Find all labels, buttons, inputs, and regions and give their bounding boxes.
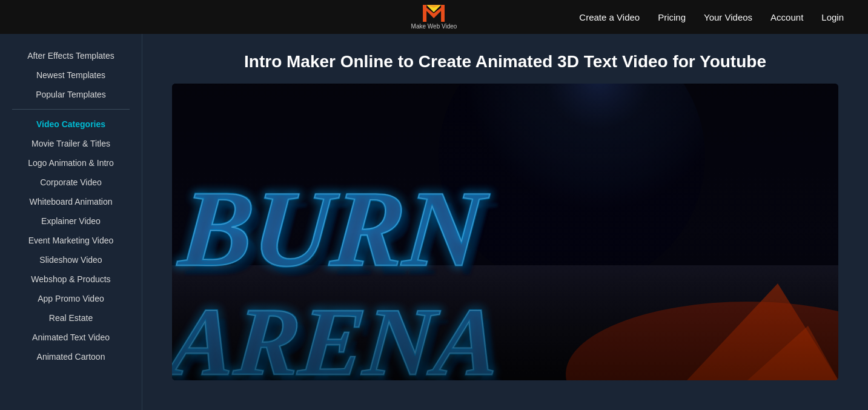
sidebar-item-animated-text[interactable]: Animated Text Video [0,328,142,347]
page-title: Intro Maker Online to Create Animated 3D… [161,34,850,84]
nav-your-videos[interactable]: Your Videos [704,12,752,22]
sidebar-category-label: Video Categories [0,114,142,134]
logo-text: Make Web Video [411,23,457,30]
nav-create-video[interactable]: Create a Video [579,12,640,22]
logo-icon [423,5,445,22]
nav-pricing[interactable]: Pricing [658,12,686,22]
sidebar-item-app-promo[interactable]: App Promo Video [0,289,142,308]
header-nav: Create a Video Pricing Your Videos Accou… [579,12,844,22]
sidebar-item-webshop[interactable]: Webshop & Products [0,269,142,289]
sidebar-item-popular[interactable]: Popular Templates [0,85,142,104]
sidebar: After Effects Templates Newest Templates… [0,34,142,410]
site-logo[interactable]: Make Web Video [411,5,457,30]
sidebar-item-newest[interactable]: Newest Templates [0,65,142,85]
header: Make Web Video Create a Video Pricing Yo… [0,0,868,34]
sidebar-item-animated-cartoon[interactable]: Animated Cartoon [0,347,142,366]
sidebar-item-logo-animation[interactable]: Logo Animation & Intro [0,153,142,173]
sidebar-item-explainer[interactable]: Explainer Video [0,211,142,231]
sidebar-item-real-estate[interactable]: Real Estate [0,308,142,328]
video-preview[interactable]: BURN ARENA BURN ARENA BURN ARENA BURN AR… [172,84,838,380]
sidebar-item-corporate[interactable]: Corporate Video [0,173,142,192]
sidebar-divider [12,109,130,110]
page-layout: After Effects Templates Newest Templates… [0,34,868,410]
sidebar-item-whiteboard[interactable]: Whiteboard Animation [0,192,142,211]
sidebar-item-movie-trailer[interactable]: Movie Trailer & Titles [0,134,142,153]
video-inner: BURN ARENA BURN ARENA BURN ARENA BURN AR… [172,84,838,380]
sidebar-item-event-marketing[interactable]: Event Marketing Video [0,231,142,250]
nav-login[interactable]: Login [821,12,844,22]
sidebar-item-after-effects[interactable]: After Effects Templates [0,46,142,65]
video-dark-overlay [172,84,838,380]
sidebar-item-slideshow[interactable]: Slideshow Video [0,250,142,269]
nav-account[interactable]: Account [770,12,803,22]
main-content: Intro Maker Online to Create Animated 3D… [142,34,868,410]
